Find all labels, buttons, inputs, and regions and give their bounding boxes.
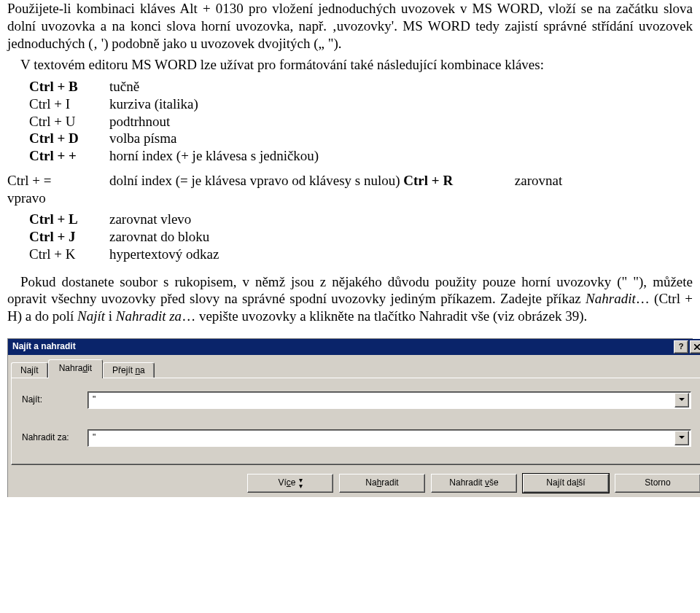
tab-label: Nahradit <box>59 363 92 373</box>
shortcut-key: Ctrl + = <box>7 172 109 190</box>
shortcut-desc: volba písma <box>109 130 693 147</box>
button-label: Nahradit vše <box>449 477 498 488</box>
replace-all-button[interactable]: Nahradit vše <box>431 474 517 493</box>
shortcut-key: Ctrl + + <box>29 147 109 165</box>
shortcut-row: Ctrl + Khypertextový odkaz <box>29 246 693 263</box>
replace-input-value: " <box>93 432 674 443</box>
help-button[interactable]: ? <box>674 340 688 354</box>
shortcut-row: Ctrl + Ikurziva (italika) <box>29 95 693 113</box>
shortcut-key: Ctrl + B <box>29 78 109 95</box>
find-input-value: " <box>93 394 674 405</box>
shortcut-desc: horní index (+ je klávesa s jedničkou) <box>109 147 693 165</box>
find-label: Najít: <box>22 394 88 405</box>
tab-strip: Najít Nahradit Přejít na <box>8 355 700 378</box>
cancel-button[interactable]: Storno <box>615 474 700 493</box>
shortcut-key: Ctrl + U <box>29 113 109 130</box>
replace-dropdown-button[interactable] <box>674 431 689 445</box>
paragraph-replace-instructions: Pokud dostanete soubor s rukopisem, v ně… <box>7 273 693 325</box>
shortcut-row: Ctrl + Dvolba písma <box>29 130 693 147</box>
help-icon: ? <box>679 342 684 352</box>
button-label: Nahradit <box>365 477 398 488</box>
chevron-down-icon <box>679 398 685 402</box>
tab-label: Přejít na <box>112 365 145 375</box>
find-next-button[interactable]: Najít další <box>523 474 609 493</box>
shortcut-desc: dolní index (= je klávesa vpravo od kláv… <box>109 172 693 190</box>
close-icon <box>694 344 700 350</box>
find-dropdown-button[interactable] <box>674 393 689 407</box>
shortcut-desc: zarovnat vlevo <box>109 211 693 228</box>
shortcut-list-2: Ctrl + Lzarovnat vlevo Ctrl + Jzarovnat … <box>29 211 693 262</box>
shortcut-key: Ctrl + K <box>29 246 109 263</box>
shortcut-key: Ctrl + J <box>29 228 109 246</box>
shortcut-key: Ctrl + D <box>29 130 109 147</box>
button-label: Storno <box>645 477 670 488</box>
shortcut-desc: podtrhnout <box>109 113 693 130</box>
shortcut-desc: hypertextový odkaz <box>109 246 693 263</box>
shortcut-row: Ctrl + Upodtrhnout <box>29 113 693 130</box>
shortcut-key: Ctrl + L <box>29 211 109 228</box>
button-label: Najít další <box>546 477 585 488</box>
replace-input[interactable]: " <box>88 429 691 447</box>
find-replace-dialog: Najít a nahradit ? Najít Nahradit <box>7 338 693 497</box>
dialog-title: Najít a nahradit <box>12 341 674 352</box>
shortcut-list-1: Ctrl + Btučně Ctrl + Ikurziva (italika) … <box>29 78 693 165</box>
shortcut-row-eq: Ctrl + = dolní index (= je klávesa vprav… <box>7 172 693 190</box>
dialog-titlebar[interactable]: Najít a nahradit ? <box>8 339 700 355</box>
shortcut-row: Ctrl + Lzarovnat vlevo <box>29 211 693 228</box>
more-button[interactable]: Více ▾▾ <box>247 474 333 493</box>
double-chevron-down-icon: ▾▾ <box>299 477 303 489</box>
replace-label: Nahradit za: <box>22 432 88 443</box>
shortcut-row: Ctrl + Btučně <box>29 78 693 95</box>
chevron-down-icon <box>679 436 685 440</box>
tab-panel-replace: Najít: " Nahradit za: " <box>11 378 700 465</box>
tab-label: Najít <box>20 365 39 375</box>
paragraph-intro: Použijete-li kombinaci kláves Alt + 0130… <box>7 0 693 52</box>
tab-replace[interactable]: Nahradit <box>48 359 103 378</box>
close-button[interactable] <box>690 340 700 354</box>
find-input[interactable]: " <box>88 391 691 409</box>
vpravo-line: vpravo <box>7 190 693 207</box>
paragraph-shortcuts-intro: V textovém editoru MS WORD lze užívat pr… <box>7 56 693 74</box>
shortcut-row: Ctrl + +horní index (+ je klávesa s jedn… <box>29 147 693 165</box>
button-label: Více <box>278 477 295 488</box>
dialog-button-row: Více ▾▾ Nahradit Nahradit vše Najít dalš… <box>8 471 700 497</box>
tab-goto[interactable]: Přejít na <box>103 362 155 378</box>
tab-find[interactable]: Najít <box>11 362 48 378</box>
shortcut-desc: tučně <box>109 78 693 95</box>
shortcut-desc: zarovnat do bloku <box>109 228 693 246</box>
shortcut-key: Ctrl + I <box>29 95 109 113</box>
replace-one-button[interactable]: Nahradit <box>339 474 425 493</box>
shortcut-row: Ctrl + Jzarovnat do bloku <box>29 228 693 246</box>
shortcut-desc: kurziva (italika) <box>109 95 693 113</box>
